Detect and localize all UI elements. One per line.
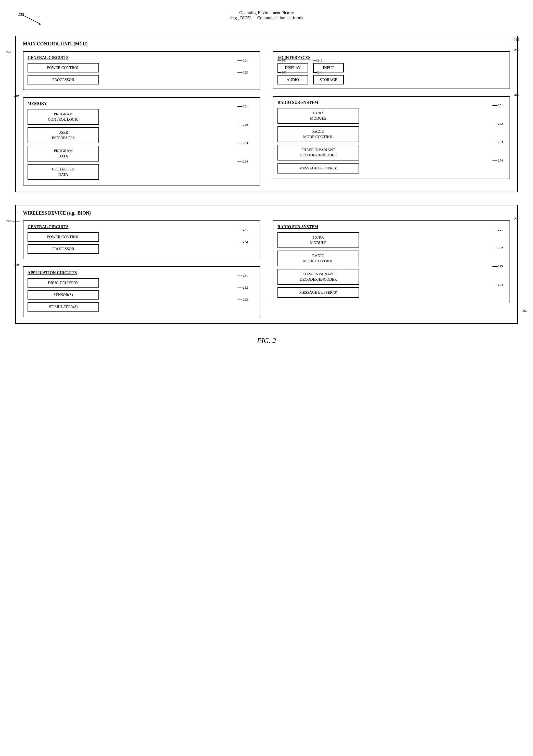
radio-subsystem-wireless-label: RADIO SUB-SYSTEM [277,225,505,229]
ref-290: 290 [508,217,520,221]
svg-line-0 [23,15,41,24]
power-control-mcu: POWER CONTROL [28,63,99,72]
collected-data: COLLECTEDDATA [28,164,99,180]
ref-220: 220 [6,50,20,54]
stimulators: STIMULATOR(S) [28,302,99,311]
general-circuits-mcu-label: GENERAL CIRCUITS [28,55,256,60]
ref-233: 233 [238,141,248,145]
ref-232: 232 [238,123,248,127]
radio-subsystem-mcu-label: RADIO SUB-SYSTEM [277,100,505,105]
ref-272: 272 [238,240,248,244]
ref-250: 250 [508,93,520,97]
ref-253: 253 [493,140,503,144]
ref-254: 254 [493,158,503,163]
ref-292: 292 [493,246,503,250]
program-data: PROGRAMDATA [28,146,99,162]
ref-251: 251 [493,103,503,107]
storage-box: STORAGE [313,75,344,84]
ref-230: 230 [14,94,28,98]
ref-231: 231 [238,104,248,108]
ref-293: 293 [493,264,503,268]
ref-283: 283 [238,298,248,302]
memory-label: MEMORY [28,101,256,106]
drug-delivery: DRUG DELIVERY [28,278,99,287]
txrx-mcu: TX/RXMODULE [277,108,359,124]
ref-221: 221 [238,58,248,63]
phase-invariant-wireless: PHASE INVARIANTDECODER/ENCODER [277,269,359,285]
processor-mcu: PROCESSOR [28,75,99,84]
radio-subsystem-wireless: 290 RADIO SUB-SYSTEM 291 TX/RXMODULE [273,221,510,303]
mcu-outer-box: MAIN CONTROL UNIT (MCU) 220 GENERAL CIRC… [15,36,518,192]
ref-270: 270 [6,219,20,223]
user-interfaces: USERINTERFACES [28,127,99,143]
processor-wireless: PROCESSOR [28,244,99,254]
ref-200: 200 [18,12,24,17]
fig2-label: FIG. 2 [15,337,518,345]
radio-subsystem-mcu: 250 RADIO SUB-SYSTEM 251 TX/RXMODULE [273,96,510,179]
ref-280: 280 [14,263,28,267]
txrx-wireless: TX/RXMODULE [277,232,359,248]
ref-260: 260 [517,309,528,313]
radio-mode-control-mcu: RADIOMODE CONTROL [277,126,359,142]
ref-271: 271 [238,228,248,232]
application-circuits-label: APPLICATION CIRCUITS [28,270,256,275]
message-buffer-wireless: MESSAGE BUFFER(S) [277,287,359,298]
io-interfaces-mcu: 240 I/O INTERFACES 241 DISPLAY [273,51,510,89]
power-control-wireless: POWER CONTROL [28,232,99,242]
ref-244: 244 [313,70,322,74]
ref-234: 234 [238,159,248,164]
ref-242: 242 [313,58,322,63]
phase-invariant-mcu: PHASE INVARIANTDECODER/ENCODER [277,145,359,160]
general-circuits-wireless: GENERAL CIRCUITS 271 POWER CONTROL [23,221,260,259]
ref-294: 294 [493,283,503,287]
general-circuits-mcu: GENERAL CIRCUITS 221 POWER CONTROL [23,51,260,90]
ref-291: 291 [493,228,503,232]
ref-281: 281 [238,274,248,278]
ref-252: 252 [493,122,503,126]
ref-282: 282 [238,285,248,290]
radio-mode-control-wireless: RADIOMODE CONTROL [277,251,359,266]
memory-mcu: 230 MEMORY 231 PROGRAMCONTROL LOGIC [23,97,260,185]
ref-222: 222 [238,70,248,74]
ref-240: 240 [508,48,520,52]
audio-box: AUDIO [277,75,308,84]
ref-243: 243 [277,70,287,74]
wireless-outer-box: WIRELESS DEVICE (e.g., BION) 270 GENERAL… [15,205,518,324]
application-circuits-wireless: 280 APPLICATION CIRCUITS 281 DRUG DELIVE… [23,266,260,317]
program-control-logic: PROGRAMCONTROL LOGIC [28,109,99,125]
message-buffer-mcu: MESSAGE BUFFER(S) [277,163,359,174]
mcu-label: MAIN CONTROL UNIT (MCU) [23,41,510,47]
svg-marker-1 [38,22,41,25]
io-interfaces-label: I/O INTERFACES [277,55,505,60]
ref-241: 241 [277,58,287,63]
sensors: SENSOR(S) [28,290,99,300]
general-circuits-wireless-label: GENERAL CIRCUITS [28,225,256,229]
page-title: Operating Environment Picture (e.g., BIO… [0,10,533,20]
wireless-label: WIRELESS DEVICE (e.g., BION) [23,210,510,216]
